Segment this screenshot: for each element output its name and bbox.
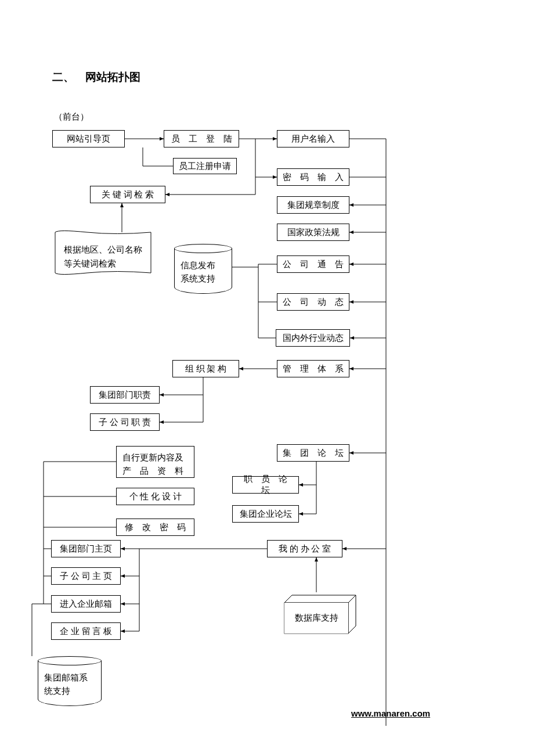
self-update-l1: 自行更新内容及 [122,453,183,462]
box-changepw: 修 改 密 码 [116,519,194,536]
subtitle: （前台） [54,111,89,123]
box-msgboard: 企 业 留 言 板 [51,622,121,640]
mail-sys-l2: 统支持 [44,686,70,696]
box-rules: 集团规章制度 [277,196,349,214]
box-dept-home: 集团部门主页 [51,540,121,557]
box-guide: 网站引导页 [52,130,125,147]
footer-link: www.manaren.com [351,708,430,718]
box-industry: 国内外行业动态 [276,329,350,347]
box-emp-register: 员工注册申请 [173,158,237,174]
box-policy: 国家政策法规 [277,224,349,241]
box-sub-home: 子 公 司 主 页 [51,567,121,585]
cube-label: 数据库支持 [295,613,338,624]
box-keyword: 关 键 词 检 索 [90,186,165,203]
box-username: 用户名输入 [277,130,349,147]
box-announce: 公 司 通 告 [277,255,349,273]
box-office: 我 的 办 公 室 [267,540,342,557]
svg-marker-0 [284,595,356,603]
box-mgmt: 管 理 体 系 [277,360,349,377]
self-update-l2: 产 品 资 料 [122,466,183,476]
box-org: 组 织 架 构 [172,360,239,377]
info-sys-l2: 系统支持 [181,274,215,283]
page-title: 二、 网站拓扑图 [52,70,140,85]
box-password: 密 码 输 入 [277,168,349,186]
info-sys-l1: 信息发布 [181,261,215,270]
box-custom: 个 性 化 设 计 [116,488,194,505]
box-staff-forum: 职 员 论 坛 [232,476,299,494]
box-dept-duty: 集团部门职责 [90,386,160,404]
box-self-update: 自行更新内容及 产 品 资 料 [116,446,194,478]
box-sub-duty: 子 公 司 职 责 [90,413,160,431]
mail-sys-l1: 集团邮箱系 [44,673,88,682]
scroll-l2: 等关键词检索 [64,259,116,268]
scroll-note: 根据地区、公司名称 等关键词检索 [64,243,142,271]
cylinder-info-sys: 信息发布 系统支持 [174,249,232,294]
box-corp-forum: 集团企业论坛 [232,505,299,523]
box-emp-login: 员 工 登 陆 [164,130,239,147]
box-news: 公 司 动 态 [277,293,349,311]
scroll-l1: 根据地区、公司名称 [64,245,142,254]
cube-database: 数据库支持 [284,601,351,636]
cylinder-mail-sys: 集团邮箱系 统支持 [38,661,102,706]
box-forum: 集 团 论 坛 [277,444,349,462]
box-mailbox: 进入企业邮箱 [51,595,121,613]
